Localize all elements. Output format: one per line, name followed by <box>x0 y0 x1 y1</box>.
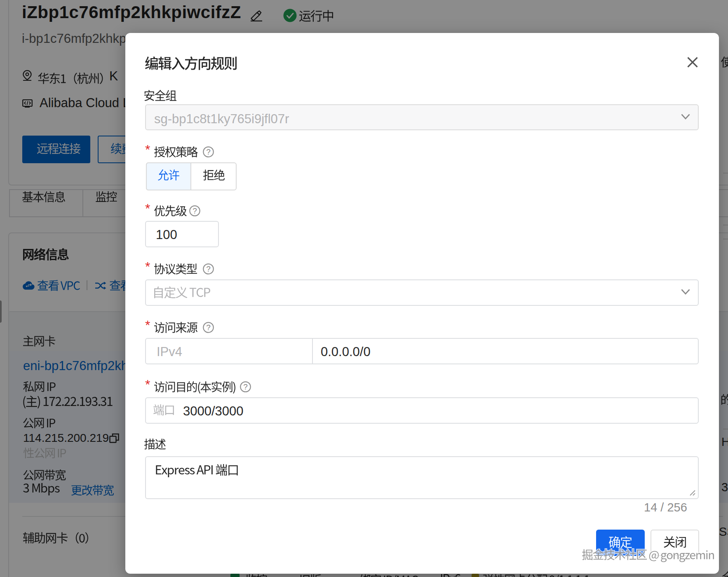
svg-text:?: ? <box>206 265 211 273</box>
svg-text:?: ? <box>206 148 211 156</box>
svg-text:?: ? <box>243 382 248 391</box>
svg-text:?: ? <box>206 323 211 332</box>
svg-text:?: ? <box>193 206 197 215</box>
